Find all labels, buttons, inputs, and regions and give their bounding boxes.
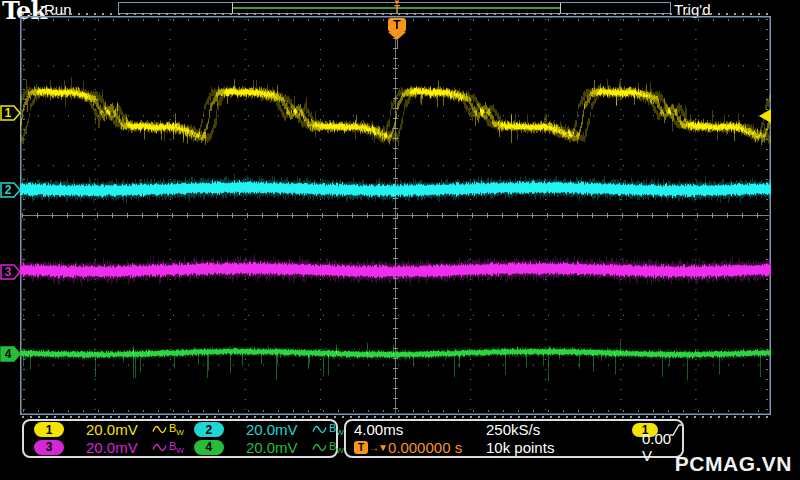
channel-2-position-flag[interactable]: 2 — [0, 182, 22, 198]
horizontal-scale: 4.00ms — [346, 421, 478, 438]
channel-2-scale: 20.0mV — [246, 421, 312, 438]
channel-1-badge: 1 — [34, 422, 64, 437]
channel-3-scale: 20.0mV — [86, 439, 152, 456]
trigger-flag-point-icon — [388, 32, 406, 40]
record-window-divider-right — [560, 3, 561, 13]
sample-rate: 250kS/s — [478, 421, 620, 438]
channel-4-icons: BW — [312, 440, 344, 455]
channel-1-number: 1 — [46, 423, 53, 437]
channel-1-position-flag[interactable]: 1 — [0, 105, 22, 121]
channel-1-icons: BW — [152, 422, 184, 437]
channel-4-flag-label: 4 — [0, 347, 16, 361]
channel-4-badge: 4 — [194, 440, 224, 455]
channel-2-number: 2 — [206, 423, 213, 437]
record-length: 10k points — [478, 439, 620, 456]
channel-3-badge: 3 — [34, 440, 64, 455]
channel-4-readout[interactable]: 4 20.0mV BW — [184, 439, 344, 456]
waveform-display — [20, 16, 771, 415]
trigger-position-flag[interactable]: T — [388, 18, 406, 49]
ac-coupling-icon — [312, 442, 327, 453]
channel-1-flag-label: 1 — [0, 106, 16, 120]
trigger-arrow-icons: →▼ — [369, 442, 387, 453]
trigger-t-badge: T — [354, 441, 368, 454]
channel-2-badge: 2 — [194, 422, 224, 437]
bottom-tick-row — [22, 416, 770, 418]
channel-4-position-flag[interactable]: 4 — [0, 346, 22, 362]
channel-readout-box: 1 20.0mV BW 2 20.0mV BW 3 20.0mV BW 4 — [22, 419, 338, 458]
channel-3-number: 3 — [46, 440, 53, 454]
channel-1-readout[interactable]: 1 20.0mV BW — [24, 421, 184, 438]
channel-1-scale: 20.0mV — [86, 421, 152, 438]
bandwidth-limit-icon: BW — [169, 440, 184, 455]
channel-4-scale: 20.0mV — [246, 439, 312, 456]
watermark: PCMAG.VN — [675, 452, 792, 476]
trigger-flag-label: T — [393, 18, 400, 32]
channel-2-readout[interactable]: 2 20.0mV BW — [184, 421, 344, 438]
graticule — [20, 16, 771, 415]
channel-3-icons: BW — [152, 440, 184, 455]
channel-3-readout[interactable]: 3 20.0mV BW — [24, 439, 184, 456]
channel-3-position-flag[interactable]: 3 — [0, 264, 22, 280]
bandwidth-limit-icon: BW — [329, 422, 344, 437]
ac-coupling-icon — [152, 442, 167, 453]
horizontal-trigger-readout-box: 4.00ms 250kS/s 1 T →▼ 0.000000 s 10k poi… — [344, 419, 684, 458]
trigger-flag-stem — [397, 40, 398, 49]
channel-4-number: 4 — [206, 440, 213, 454]
bandwidth-limit-icon: BW — [169, 422, 184, 437]
trigger-position-readout: T →▼ 0.000000 s — [346, 439, 478, 456]
ac-coupling-icon — [152, 424, 167, 435]
trigger-position-value: 0.000000 s — [388, 439, 462, 456]
trigger-flag-body: T — [388, 18, 406, 32]
channel-3-flag-label: 3 — [0, 265, 16, 279]
trigger-level-arrow-icon[interactable] — [759, 109, 771, 123]
channel-2-icons: BW — [312, 422, 344, 437]
channel-2-flag-label: 2 — [0, 183, 16, 197]
ac-coupling-icon — [312, 424, 327, 435]
record-trigger-position-marker[interactable]: ▼ T — [390, 0, 404, 14]
bandwidth-limit-icon: BW — [329, 440, 344, 455]
oscilloscope-screen: Tek Run Trig'd ▼ T T 1 2 3 — [0, 0, 800, 480]
